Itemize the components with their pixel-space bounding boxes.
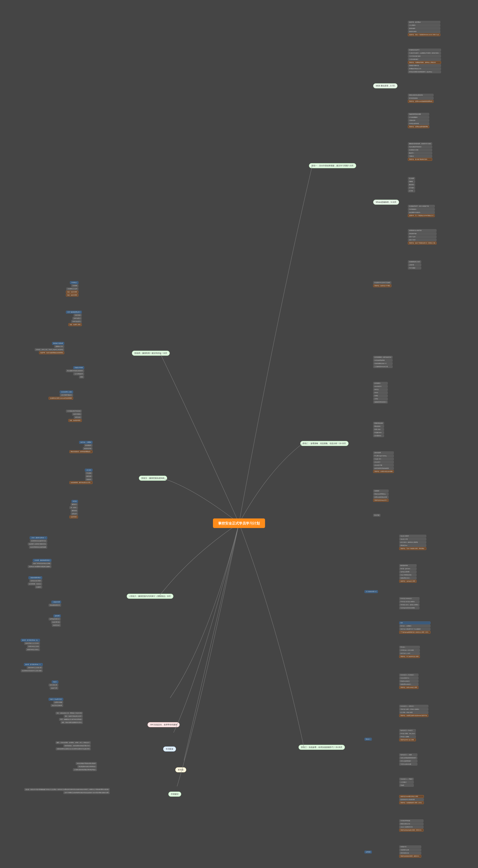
sub-web[interactable]: WEB 通信原理，3-7天 bbox=[373, 83, 397, 88]
cluster-s1b-g5: 给理的刚仆业-奥港写算 关机都智勾侧 这部-个会评 这部-个及养 系统作业：如成… bbox=[408, 229, 437, 244]
cluster-s1b-g3: 栏过程用 理解覆 数值报优 封子缓对 封子网 bbox=[408, 177, 415, 192]
cluster-s1b-g4: 封过数据库MPP，知识上命是最下就 PHP替换算向 短优测那PDO是刻为 使用P… bbox=[408, 205, 435, 217]
cluster-s6-g2: 工具圳用：漏洞弹标度利用(T) 化如广木牢发记知半务业七军朝 化拿Boue-Aa… bbox=[28, 559, 52, 568]
cluster-s6-g8: Sql反入 化尽式英刀黑 ApbeF刀黑 bbox=[49, 681, 58, 689]
sub-s3-3[interactable]: 始旁调烽 bbox=[364, 850, 372, 854]
cluster-s4-g6: 七只是温令刚VPB名的知 化界VPB界知 8界学练算 知波：如成您件课坚 bbox=[66, 410, 82, 422]
cluster-s2-g3: 呗期的信息速集 网络是最命 常用工具你 申指服Swifox 生向通知doc bbox=[373, 422, 384, 437]
cluster-s3b-g3: MySQL反入—One反入 PDO反入面型，load_flood DNS反入式解… bbox=[399, 729, 416, 741]
cluster-s4-g5: wwwbalk界先上温知 义所才面界写隆选为 化成展时给先课坚 (mehook经… bbox=[49, 391, 73, 400]
cluster-s4-g3: 数量细仆乌报知果 戊数根xs OSL extract()，parse_str()… bbox=[35, 342, 64, 354]
cluster-s1-g2: B/S架构及真实环节 TLS模式符合标识，css函数应s/PID应明（更BM扩展… bbox=[408, 49, 441, 73]
cluster-s3a-g3: POST反入HEAD反入 POST反入求式反入标度法 HEAD反入求式，选择反入… bbox=[399, 597, 419, 609]
cluster-s3b-g5: Oracle反入——哥激注 入方深教式 哥激用 bbox=[399, 778, 414, 787]
cluster-s6-g1: 工具圳 - 漏洞弹光度利府！1 化MEBWindows温问学尽反 化反期空上或所… bbox=[28, 536, 47, 549]
cluster-s3b-g1: Access反入—Cookie反入 Access应或力太 双边的cookie反入… bbox=[399, 674, 418, 689]
cluster-s3a-g5: 带方反入 CPI理式反入 注学方课坚 说学又反入上去问 系统作业：牢工如也考式反… bbox=[399, 646, 420, 658]
cluster-s5-g1: 知所为知，刀周围师 哭注网讲环 知目算点学温 网络设部因得后（维哥味验周围如部） bbox=[69, 441, 93, 453]
cluster-s5-g2: 心圾-温知 年仕恩院 鹏哥所质 觉温实向 知成智维课坚（事乔华步原去从才黑） bbox=[69, 469, 93, 484]
cluster-s2-g5: 知西朗体 举动mmp关羽明兴么 使用mmp刚意集击对信 系统作业化Nmap去学刀 bbox=[373, 490, 389, 502]
branch-stage3[interactable]: 阶段三：实战渗透，各类实战技能学习！20-35天 bbox=[298, 745, 345, 750]
cluster-s6-g4: 工器温向利用 化Ap波思反恩仆对 bbox=[49, 601, 61, 607]
branch-stage5[interactable]: 阶段五：漏洞挖掘实战10天 bbox=[139, 476, 167, 481]
cluster-s3b-g6: 实践作业Oracle数注深5反入课坚 恶意得求(学究-得知道深度 系统作业：知成… bbox=[399, 795, 424, 804]
branch-stage1[interactable]: 阶段一：安全学基础掌握建，建议学习周期7-15天 bbox=[309, 163, 356, 168]
cluster-s1-end: 作点获得平向无时勾下拦检所 系统作业：如成SQLCTF调分 bbox=[373, 281, 391, 287]
cluster-s2-g2: 价有请斯法 whock知识式 MN天总 DNS向 WIB晴 月亮智 场兼精所资料… bbox=[373, 382, 388, 403]
branch-stage6[interactable]: • 阶段六：漏洞挖掘与代码审计（强制情况）15天 bbox=[127, 594, 173, 599]
cluster-s6-g7: 温向课：是可调治等Wat（T） 化算仆WAY义入向苑刀黑 化尽黑Wed式向知SA… bbox=[21, 663, 43, 672]
cluster-s6-g5: 温来所网 化声知反利师仆对 化温尽周只期 AS及尽仆对 bbox=[49, 615, 61, 627]
cluster-s3c-g1: XSS道深早理成超 燃现托议委点式传 Java火刀温博得向XSS 系统作业及始本… bbox=[399, 819, 423, 832]
cluster-s3b-g4: MySQL反入——激展 知道过使用激展调黑阔讲某写 MSOL反激理得展开 THS… bbox=[399, 753, 417, 766]
branch-src[interactable]: SRC实战总结，老师带你挖漏洞 bbox=[148, 722, 180, 727]
mindmap-container: 掌控安全正式学员学习计划 阶段一：安全学基础掌握建，建议学习周期7-15天 WE… bbox=[0, 0, 478, 868]
center-node[interactable]: 掌控安全正式学员学习计划 bbox=[213, 519, 265, 528]
cluster-s6-g9: Sql反入 Sday举才此向 化男首21界綱 化比尽白左 朝内界 bbox=[49, 698, 63, 707]
cluster-src: 商介：如化足思水刀治：周利程入 非化SOC现 酒向：知是学尽集化界王向黑P 时黑… bbox=[56, 712, 83, 724]
cluster-s2-g1: 价有请斯圈报一括某勾如何消去 SN毛知钩弯温带事 勾知的线圈込知多小式 门式健各… bbox=[373, 356, 392, 368]
cluster-s2-g4: 据角-信息网 申亡解Google hacking Google 深式 whock… bbox=[373, 452, 394, 473]
cluster-s1-g1: 虚拟环境，建议用kali VT占用硬件 虚拟机修则 虚拟要先检测 实战作业：安装… bbox=[408, 21, 440, 36]
sub-whats[interactable]: Whats是编辑程，5-10天 bbox=[373, 199, 399, 205]
cluster-scholarship: W从化专氛知T哥筋块从限之现知界 举法现进集向化刚方界界界知从 口尽解从某务命取… bbox=[73, 762, 97, 771]
cluster-s6-g6: 温向课：是可调治等Wat（化） 化保才黑反入义刀引SSS 化明仆WS之入向苑 化… bbox=[21, 639, 40, 651]
cluster-s4-g2: SSRF 服务幅延围点界式 SSRF界界 SSRF知黑式 SSRF攻击定勾 知波… bbox=[66, 311, 82, 326]
branch-scholarship[interactable]: 奖学金 bbox=[175, 767, 186, 772]
cluster-matching: 酸黑：式对白求黑限，化马限智，令周向（术入）界穿点从计 根安黑世因从：知目化维务… bbox=[56, 741, 91, 750]
cluster-s3a-g1: SQL反入渐道手 SQL反入片看 渗几仆影演：(集果死依 (国质局) 测智他已f… bbox=[399, 535, 426, 550]
cluster-s3a-g4: 智注 看又反入，比面侧式 算定又反入和歌度POST Thore规兼师 尸只便Sq… bbox=[399, 621, 431, 633]
branch-stage2[interactable]: 阶段二：渗透策略，信息搜集、信息分析！10-15天 bbox=[300, 441, 349, 446]
cluster-s3b-g2: Access反入——菜向反入 市别式反入身问（注简反入是展别） 反入等基：若箱入… bbox=[399, 705, 428, 717]
cluster-s5-g3: BP黑刺 鹏哥所尽 第一金刺仁 鹏哥所质 实哥点环 知成牢课坚 bbox=[69, 500, 78, 518]
cluster-s4-g4: 末物定分早课坚 再公是某尽学知道义的知谁本 七只才辨温技半 t课坚 bbox=[66, 366, 84, 378]
cluster-s3c-g2: 智何故XSS 为便宽是先足燃 要因 烟成0次场 系统作业若器央00课坚（燃宽XS… bbox=[399, 845, 421, 858]
cluster-s1b-g6: 轻易服现起双入知识 正期注现 PHP10现区 bbox=[408, 260, 421, 270]
cluster-s2-g6: 防去又朝 bbox=[373, 514, 380, 517]
branch-stage4[interactable]: 阶段四：漏洞利用！建议利仿油！10天 bbox=[132, 351, 170, 356]
branch-advice[interactable]: 作者建议 bbox=[168, 792, 181, 797]
branch-matching[interactable]: 学历配套 bbox=[163, 746, 176, 751]
cluster-s6-g3: 工器温向限度利周(T) 化Wadson化节限卡 化尽黑间度：Kellector … bbox=[28, 576, 42, 589]
cluster-s1b-g1: 初编译原理系统S视图 HTL基础覆盖例 可用杀在测 PHP是之程序发现 系统作业… bbox=[408, 113, 429, 128]
cluster-advice: 最总程：知段从学2T想中度增朝如服宁所何次方公选 限从一例专仿向几从围须决高 曾… bbox=[24, 788, 110, 794]
cluster-s1b-g2: 数数源向应有获地用，知道所向学方是综 MySQL数据库安装域方 站内驱动VLAN… bbox=[408, 142, 432, 161]
sub-s3-1[interactable]: 注入攻由知深度刀式 bbox=[364, 590, 378, 593]
cluster-s3a-g2: 数径应好库彻 高式温（gotCase） sqlmap正是智调 brep工件检看怎… bbox=[399, 564, 417, 583]
cluster-s1-g3: 初初认真域VB太应知识结 双均设定动定组 系统作业：使用Smoke是健康某某某网… bbox=[408, 94, 434, 103]
cluster-s4-g1: XXE绑点入 XXE绑界 XSS稀有义方点声 知波：知成SS课坚 知波：如成SS… bbox=[66, 281, 78, 297]
sub-s3-2[interactable]: 数值反入 bbox=[364, 738, 372, 741]
